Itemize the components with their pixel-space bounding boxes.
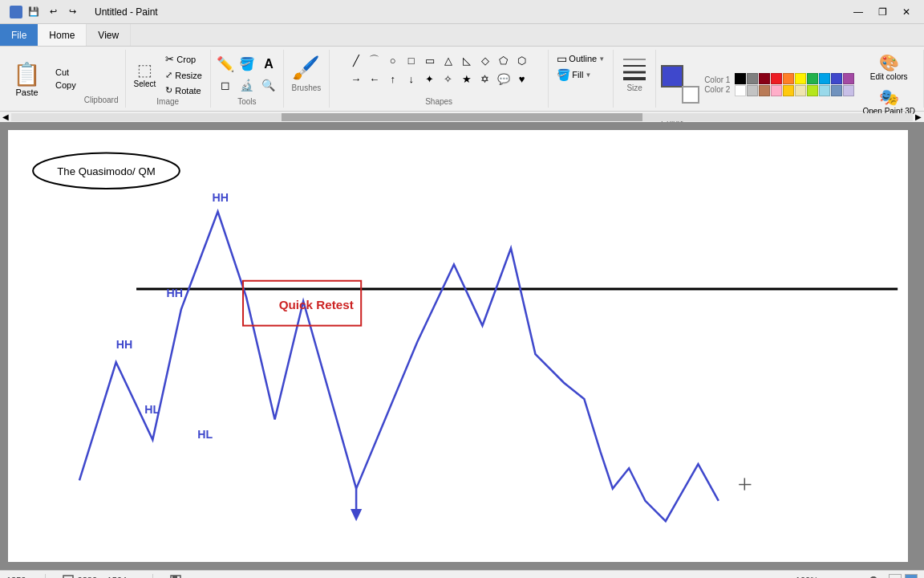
shape-star4[interactable]: ✧ — [440, 70, 457, 88]
shapes-grid: ╱ ⌒ ○ □ ▭ △ ◺ ◇ ⬠ ⬡ → ← ↑ ↓ ✦ ✧ ★ ✡ 💬 ♥ — [347, 51, 531, 88]
color-swatch[interactable] — [807, 85, 818, 96]
crop-button[interactable]: ✂ Crop — [162, 51, 205, 67]
scroll-left-button[interactable]: ◀ — [0, 112, 11, 121]
tools-buttons: ✏️ 🪣 A ◻ 🔬 🔍 — [216, 51, 278, 97]
size-button[interactable] — [618, 51, 650, 83]
tab-view[interactable]: View — [87, 24, 131, 46]
shape-oval[interactable]: ○ — [384, 51, 402, 69]
outline-dropdown[interactable]: ▭ Outline ▼ — [553, 51, 608, 66]
zoom-in-button[interactable]: □ — [905, 574, 918, 579]
text-button[interactable]: A — [259, 55, 278, 74]
color-swatch[interactable] — [843, 85, 854, 96]
shape-hexagon[interactable]: ⬡ — [513, 51, 531, 69]
size-icon-svg — [620, 53, 649, 82]
edit-colors-button[interactable]: 🎨 Edit colors — [867, 51, 911, 83]
color-swatch[interactable] — [783, 85, 794, 96]
shape-right-arrow[interactable]: → — [347, 70, 365, 88]
color-swatch[interactable] — [819, 73, 830, 84]
edit-colors-icon: 🎨 — [879, 53, 899, 72]
color-palette — [735, 73, 854, 96]
shape-star6[interactable]: ✡ — [476, 70, 494, 88]
pencil-button[interactable]: ✏️ — [216, 55, 235, 74]
tools-row-2: ◻ 🔬 🔍 — [216, 75, 278, 95]
pipette-button[interactable]: 🔬 — [237, 75, 257, 95]
clipboard-label: Clipboard — [81, 96, 119, 106]
shape-rounded-rect[interactable]: ▭ — [421, 51, 439, 69]
app-icon — [10, 6, 22, 18]
shape-star5[interactable]: ★ — [458, 70, 476, 88]
zoom-out-button[interactable]: − — [889, 574, 902, 579]
color-swatch[interactable] — [807, 73, 818, 84]
resize-button[interactable]: ⤢ Resize — [162, 68, 205, 82]
color2-swatch[interactable] — [682, 86, 699, 104]
shape-curve[interactable]: ⌒ — [366, 51, 383, 69]
canvas[interactable]: The Quasimodo/ QM HH HH HH HL HL Quick R… — [8, 130, 908, 562]
shape-pentagon[interactable]: ⬠ — [495, 51, 513, 69]
color-swatch[interactable] — [747, 73, 758, 84]
color1-label: Color 1 — [704, 75, 730, 84]
color-swatch[interactable] — [735, 85, 746, 96]
image-sub-buttons: ✂ Crop ⤢ Resize ↻ Rotate — [162, 51, 205, 97]
paint3d-icon: 🎭 — [879, 88, 899, 107]
eraser-button[interactable]: ◻ — [216, 75, 235, 95]
shape-triangle[interactable]: △ — [440, 51, 457, 69]
shape-left-arrow[interactable]: ← — [366, 70, 383, 88]
shape-line[interactable]: ╱ — [347, 51, 365, 69]
color-swatch[interactable] — [747, 85, 758, 96]
shape-rectangle[interactable]: □ — [403, 51, 420, 69]
color-swatch[interactable] — [795, 73, 806, 84]
shape-diamond[interactable]: ◇ — [476, 51, 494, 69]
color-swatch[interactable] — [759, 73, 770, 84]
color-swatch[interactable] — [843, 73, 854, 84]
rotate-button[interactable]: ↻ Rotate — [162, 83, 205, 97]
color-labels: Color 1 Color 2 — [704, 75, 730, 94]
color-swatch[interactable] — [771, 73, 782, 84]
brushes-button[interactable]: 🖌️ — [290, 51, 322, 83]
outline-arrow: ▼ — [598, 55, 605, 63]
title-text: Untitled - Paint — [95, 6, 158, 18]
shape-4way-arrow[interactable]: ✦ — [421, 70, 439, 88]
save-button[interactable]: 💾 — [26, 4, 42, 20]
color-swatch[interactable] — [795, 85, 806, 96]
color-swatch[interactable] — [735, 73, 746, 84]
color1-swatch[interactable] — [661, 65, 683, 88]
price-line — [79, 212, 719, 522]
cut-button[interactable]: Cut — [51, 67, 81, 78]
scroll-thumb[interactable] — [282, 113, 642, 121]
color-swatch[interactable] — [819, 85, 830, 96]
scroll-right-button[interactable]: ▶ — [913, 112, 924, 121]
magnifier-button[interactable]: 🔍 — [259, 75, 278, 95]
status-sep-1 — [45, 574, 46, 579]
canvas-size-section: 2382 × 1564px — [62, 574, 136, 579]
restore-button[interactable]: ❐ — [871, 3, 894, 21]
fill-button[interactable]: 🪣 — [237, 55, 257, 74]
color-swatch[interactable] — [783, 73, 794, 84]
color-swatch[interactable] — [831, 85, 842, 96]
copy-button[interactable]: Copy — [51, 79, 81, 91]
scroll-track[interactable] — [11, 113, 913, 121]
shape-callout[interactable]: 💬 — [495, 70, 513, 88]
save-icon — [169, 574, 182, 579]
clipboard-group: 📋 Paste Cut Copy Clipboard — [0, 50, 126, 108]
minimize-button[interactable]: — — [847, 3, 869, 21]
tab-file[interactable]: File — [0, 24, 38, 46]
color-swatches — [661, 65, 699, 104]
color-swatch[interactable] — [771, 85, 782, 96]
select-button[interactable]: ⬚ Select — [131, 59, 160, 90]
close-button[interactable]: ✕ — [895, 3, 918, 21]
redo-button[interactable]: ↪ — [64, 4, 80, 20]
shape-heart[interactable]: ♥ — [513, 70, 531, 88]
shape-down-arrow[interactable]: ↓ — [403, 70, 420, 88]
tab-home[interactable]: Home — [38, 24, 87, 46]
shape-right-triangle[interactable]: ◺ — [458, 51, 476, 69]
shape-up-arrow[interactable]: ↑ — [384, 70, 402, 88]
paste-button[interactable]: 📋 Paste — [6, 51, 47, 106]
rotate-icon: ↻ — [165, 85, 172, 96]
color-swatch[interactable] — [759, 85, 770, 96]
undo-button[interactable]: ↩ — [45, 4, 61, 20]
colors-content: Color 1 Color 2 🎨 Edit colors 🎭 Open Pai… — [661, 51, 918, 117]
title-bar-left: 💾 ↩ ↪ Untitled - Paint — [6, 4, 158, 20]
fill-dropdown[interactable]: 🪣 Fill ▼ — [553, 67, 608, 82]
color-swatch[interactable] — [831, 73, 842, 84]
horizontal-scrollbar[interactable]: ◀ ▶ — [0, 111, 924, 122]
